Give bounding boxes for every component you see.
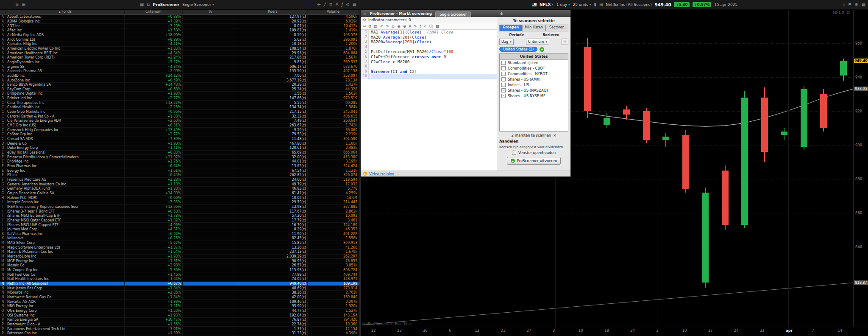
table-row[interactable]: IiShares MSCI Eu Small-Cap ETF+1.78%57.2… <box>0 214 359 218</box>
table-row[interactable]: NNorthwest Natural Gas Co+1.84%42.00(c)1… <box>0 295 359 300</box>
checkbox-icon[interactable] <box>501 61 506 65</box>
code-line[interactable]: 1MA1=Average[1](Close) //MA1=Close <box>361 30 497 35</box>
table-row[interactable]: NNiSource Inc+2.05%38.26(c)2.761k <box>0 291 359 295</box>
table-row[interactable]: AAirMedia Grp Inc ADR+18.00%0.59(c)193.5… <box>0 33 359 38</box>
table-row[interactable]: PPatterson Cos Inc+1.39%31.33(c)4.398k <box>0 331 359 336</box>
paste-icon[interactable]: ▤ <box>374 24 378 28</box>
table-row[interactable]: NNew Jersey Res Corp+1.84%48.69(c)273.91… <box>0 286 359 291</box>
proscreener-app-icon[interactable]: ▦ <box>140 0 144 9</box>
checkbox-icon[interactable]: ✓ <box>501 88 506 92</box>
table-row[interactable]: IiShares MSCI UAE Capped ETF+4.06%16.70(… <box>0 223 359 227</box>
table-row[interactable]: GGrupo Financiero Galicia SA+14.00%61.41… <box>0 191 359 196</box>
code-line[interactable]: 8 <box>361 64 497 69</box>
layout-icon[interactable]: ▦ <box>353 0 356 9</box>
header-percent[interactable]: % <box>183 9 238 14</box>
code-line[interactable]: 4 <box>361 45 497 50</box>
table-row[interactable]: CCara Therapeutics Inc+13.27%5.55(c)90.2… <box>0 101 359 105</box>
undo-icon[interactable]: ↶ <box>380 24 384 28</box>
table-row[interactable]: AADMA Biologics Inc+7.89%20.92(c)6.029k <box>0 20 359 24</box>
chart-style-icon[interactable]: ▮ <box>594 0 597 9</box>
table-row[interactable]: IiShares 3-7 Year T Bond ETF+0.58%117.67… <box>0 209 359 214</box>
code-line[interactable]: 3MA200=Average[200](Close) <box>361 39 497 45</box>
code-line[interactable]: 7C2=Close > MA200 <box>361 59 497 64</box>
menu-icon[interactable]: ≡ <box>15 0 19 9</box>
code-editor[interactable]: ⚙ Indicator parameters: 0 ✂⧉▤↶↷⊙⊕⊖A✎ƒ✓ⓘ▦… <box>361 17 497 171</box>
market-list-item[interactable]: Commodities - CBOT <box>500 65 568 71</box>
table-row[interactable]: CCentral Garden & Pet Co - A+1.88%32.32(… <box>0 114 359 119</box>
table-row[interactable]: IiShares MSCI Qatar Capped ETF+1.02%17.7… <box>0 218 359 223</box>
table-row[interactable]: AAllot Comms Ltd+8.99%5.62(c)396.091 <box>0 37 359 42</box>
help-icon[interactable]: ⓘ <box>429 24 433 29</box>
table-row[interactable]: MMercadoLibre Inc+1.98%2,039.29(c)262.29… <box>0 255 359 259</box>
pin-icon[interactable]: ⊕ <box>500 11 503 17</box>
table-row[interactable]: KKalVista Pharmas Inc+6.04%11.90(c)461.2… <box>0 232 359 237</box>
add-selection-icon[interactable]: + <box>540 47 544 52</box>
edit-icon[interactable]: ✎ <box>414 24 417 28</box>
table-row[interactable]: NNovartis AG ADR+1.83%109.46(c)2.297k <box>0 300 359 304</box>
table-row[interactable]: BBanco BBVA Argentina SA+14.43%20.38(c)1… <box>0 83 359 87</box>
market-list-item[interactable]: ✓Shares - US NYSE MF <box>500 93 568 98</box>
trendline-icon[interactable]: ╱ <box>323 0 326 9</box>
table-row[interactable]: HHaleon PLC (ADR)+0.60%10.02(c)14.6M <box>0 196 359 200</box>
market-list-item[interactable]: Standaard lijsten <box>500 60 568 65</box>
table-row[interactable]: IIntrepid Potash Inc+7.05%29.59(c)214.44… <box>0 200 359 205</box>
screenshot-icon[interactable]: ⌗ <box>843 0 845 9</box>
table-row[interactable]: CCoStar Grp Inc+2.77%79.53(c)2.219k <box>0 132 359 137</box>
timeframe-selector[interactable]: 1 day ▾ <box>556 3 570 7</box>
selection-tab-mijn-lijsten[interactable]: Mijn lijsten <box>522 25 545 31</box>
table-row[interactable]: CCME Grp Inc (US)+0.81%263.67(c)1.743k <box>0 123 359 128</box>
table-row[interactable]: CCardinal Health Inc+2.28%134.74(c)1.584… <box>0 105 359 110</box>
table-row[interactable]: NNatl Fuel Gas Co+1.46%77.98(c)409.744 <box>0 272 359 277</box>
code-line[interactable]: 2MA20=Average[20](Close) <box>361 35 497 40</box>
workspace-grid-icon[interactable]: ⊞ <box>22 0 25 9</box>
header-fonds[interactable]: ▲ Fonds <box>6 9 125 14</box>
table-row[interactable]: FFresenius Med Care AG+2.88%24.66(c)518.… <box>0 178 359 182</box>
table-row[interactable]: EeBay Inc (All Sessions)+0.00%65.69(c)66… <box>0 151 359 155</box>
table-row[interactable]: AAmerican Electric Power Co Inc+1.83%108… <box>0 47 359 51</box>
sorteren-select[interactable]: Criterium ▾ <box>526 39 549 45</box>
table-row[interactable]: JJourney Med Corp+4.31%8.29(c)46.353 <box>0 227 359 232</box>
table-row[interactable]: GGeneral American Investors Co Inc+1.10%… <box>0 182 359 187</box>
monitor-icon[interactable]: ⧉ <box>147 0 150 9</box>
table-row[interactable]: BBridgeline Digital Inc+1.98%1.56(c)1.56… <box>0 92 359 96</box>
table-row[interactable]: CCia Paranaense de Energia ADR+2.60%7.49… <box>0 119 359 123</box>
table-row[interactable]: MMarsh & McLennan Cos Inc+1.64%237.13(c)… <box>0 250 359 255</box>
header-volume[interactable]: Volume <box>308 9 359 14</box>
table-row[interactable]: FF5 Inc+0.45%262.85(c)326.074 <box>0 173 359 178</box>
table-row[interactable]: BBayCom Corp+0.68%25.24(c)44.328 <box>0 87 359 92</box>
table-row[interactable]: KKellanova+0.26%82.45(c)1.556k <box>0 236 359 241</box>
table-row[interactable]: MMr Cooper Grp Inc+5.36%115.93(c)898.724 <box>0 268 359 273</box>
sort-direction-button[interactable]: ↓ <box>562 39 568 45</box>
table-row[interactable]: NNRG Energy Inc+1.51%95.90(c)1.520k <box>0 304 359 309</box>
code-line[interactable]: 6C1=PctDifference crosses over 0 <box>361 54 497 59</box>
header-criterium[interactable]: Criterium <box>125 9 183 14</box>
table-row[interactable]: AAmerican Tower Corp (REIT)+2.24%217.86(… <box>0 56 359 60</box>
symbol-selector[interactable]: NFLX ▾ <box>540 3 554 7</box>
checkbox-icon[interactable] <box>501 66 506 70</box>
checkbox-icon[interactable] <box>501 77 506 81</box>
search-icon[interactable]: ⊙ <box>392 24 395 28</box>
table-row[interactable]: PParamount Glob - A+1.56%22.74(c)10.360 <box>0 322 359 327</box>
clear-selection-icon[interactable]: × <box>553 133 556 137</box>
table-row[interactable]: AAmerican Healthcare REIT Inc+4.34%29.91… <box>0 51 359 56</box>
table-row[interactable]: PPampa Energia SA+10.47%76.87(c)794.420 <box>0 318 359 322</box>
table-row[interactable]: NNetflix Inc (All Sessions)+0.67%949.40(… <box>0 282 359 286</box>
table-row[interactable]: DDuke Energy Corp+1.41%120.61(c)2.482k <box>0 146 359 151</box>
window-menu-icon[interactable]: ≡ <box>363 11 367 17</box>
code-line[interactable]: 5PctDifference=(MA1-MA20)/Close*100 <box>361 49 497 54</box>
settings-icon[interactable]: ⚙ <box>855 0 859 9</box>
table-row[interactable]: BBrinker Intl Inc+2.77%147.66(c)970.519 <box>0 96 359 101</box>
checkbox-icon[interactable] <box>501 72 506 76</box>
windows-icon[interactable]: ▦ <box>862 0 865 9</box>
market-list-item[interactable]: Commodities - NYBOT <box>500 71 568 76</box>
function-icon[interactable]: ƒ <box>420 24 421 28</box>
zoom-in-icon[interactable]: ⊕ <box>397 24 401 28</box>
table-row[interactable]: CCboe Glob Markets Inc+0.96%217.15(c)245… <box>0 110 359 115</box>
table-row[interactable]: AAbbott Laboratories+0.88%127.97(c)4.596… <box>0 15 359 20</box>
checkbox-icon[interactable] <box>501 83 506 87</box>
table-row[interactable]: AAscendis Pharma AS+2.99%155.50(c)407.15… <box>0 69 359 74</box>
selection-tab-sectoren[interactable]: Sectoren <box>545 25 568 31</box>
table-row[interactable]: GGermany AlphaDEX Fund+1.80%46.83(c)5.77… <box>0 187 359 191</box>
table-row[interactable]: EEmpresa Distribuidora y Comercializador… <box>0 155 359 160</box>
market-list-item[interactable]: Indices - US <box>500 82 568 87</box>
